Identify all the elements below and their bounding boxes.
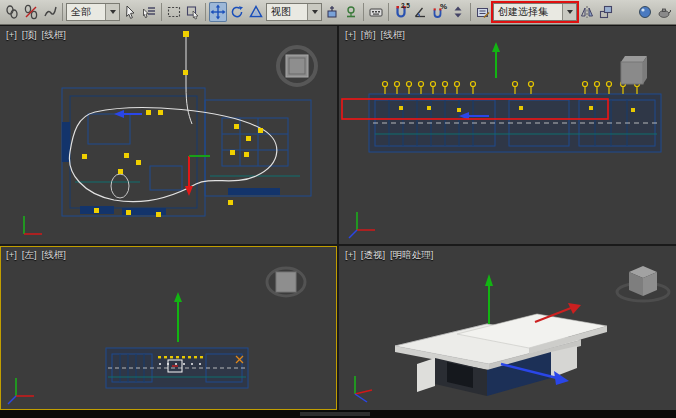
chevron-down-icon[interactable] [105, 4, 119, 20]
viewport-menu-general[interactable]: [+] [345, 29, 356, 42]
rectangular-selection-region-icon[interactable] [165, 2, 183, 22]
front-viewport-wireframe [339, 26, 676, 244]
viewport-menu-shading[interactable]: [线框] [42, 249, 66, 262]
toolbar-separator [161, 3, 162, 21]
bottom-strip-nub [300, 412, 370, 416]
viewport-front-label: [+] [前] [线框] [345, 29, 405, 42]
axis-tripod [24, 216, 42, 234]
toolbar-separator [470, 3, 471, 21]
toolbar-separator [363, 3, 364, 21]
spinner-snap-toggle-icon[interactable] [449, 2, 467, 22]
mirror-icon[interactable] [578, 2, 596, 22]
select-and-rotate-icon[interactable] [228, 2, 246, 22]
angle-snap-toggle-icon[interactable] [411, 2, 429, 22]
viewport-front[interactable]: [+] [前] [线框] [339, 26, 676, 244]
select-and-link-icon[interactable] [3, 2, 21, 22]
material-editor-icon[interactable] [636, 2, 654, 22]
viewport-menu-general[interactable]: [+] [345, 249, 356, 262]
named-selection-value: 创建选择集 [498, 5, 562, 19]
snap-toggle-2-5-icon[interactable]: 2.5 [392, 2, 410, 22]
toolbar-separator [388, 3, 389, 21]
chevron-down-icon[interactable] [562, 4, 576, 20]
reference-coordinate-system-dropdown[interactable]: 视图 [266, 3, 322, 21]
axis-tripod [355, 376, 372, 402]
viewport-left[interactable]: [+] [左] [线框] [0, 246, 337, 410]
render-setup-icon[interactable] [655, 2, 673, 22]
window-crossing-toggle-icon[interactable] [184, 2, 202, 22]
viewport-top-label: [+] [顶] [线框] [6, 29, 66, 42]
use-pivot-point-center-icon[interactable] [323, 2, 341, 22]
viewport-perspective-label: [+] [透视] [明暗处理] [345, 249, 433, 262]
percent-snap-toggle-icon[interactable]: % [430, 2, 448, 22]
toolbar-separator [62, 3, 63, 21]
select-by-name-icon[interactable] [140, 2, 158, 22]
perspective-viewport-model [339, 246, 676, 410]
toolbar-separator [205, 3, 206, 21]
axis-tripod [8, 378, 34, 404]
select-and-manipulate-icon[interactable] [342, 2, 360, 22]
unlink-selection-icon[interactable] [22, 2, 40, 22]
viewcube [621, 56, 647, 84]
keyboard-shortcut-override-icon[interactable] [367, 2, 385, 22]
axis-tripod [349, 212, 375, 238]
reference-coordinate-value: 视图 [271, 5, 307, 19]
select-and-uniform-scale-icon[interactable] [247, 2, 265, 22]
viewport-menu-pov[interactable]: [顶] [22, 29, 37, 42]
viewport-menu-shading[interactable]: [明暗处理] [390, 249, 433, 262]
viewcube [617, 266, 669, 301]
bind-to-space-warp-icon[interactable] [41, 2, 59, 22]
viewport-menu-general[interactable]: [+] [6, 29, 17, 42]
main-toolbar: 全部 视图 2.5 [0, 0, 676, 25]
selection-filter-dropdown[interactable]: 全部 [66, 3, 120, 21]
top-viewport-wireframe [0, 26, 337, 244]
selection-filter-value: 全部 [71, 5, 105, 19]
named-selection-sets-dropdown[interactable]: 创建选择集 [493, 3, 577, 21]
left-viewport-wireframe [0, 246, 337, 410]
viewport-menu-pov[interactable]: [前] [361, 29, 376, 42]
select-object-icon[interactable] [121, 2, 139, 22]
chevron-down-icon[interactable] [307, 4, 321, 20]
viewport-menu-general[interactable]: [+] [6, 249, 17, 262]
edit-named-selection-sets-icon[interactable] [474, 2, 492, 22]
select-and-move-icon[interactable] [209, 2, 227, 22]
viewport-left-label: [+] [左] [线框] [6, 249, 66, 262]
align-icon[interactable] [597, 2, 615, 22]
percent-label: % [440, 3, 447, 11]
viewport-top[interactable]: [+] [顶] [线框] [0, 26, 337, 244]
viewport-menu-shading[interactable]: [线框] [381, 29, 405, 42]
viewport-grid: [+] [顶] [线框] [0, 26, 676, 410]
viewcube [278, 47, 316, 85]
snap-mode-label: 2.5 [401, 2, 410, 9]
viewport-menu-pov[interactable]: [左] [22, 249, 37, 262]
bottom-edge-strip [0, 410, 676, 418]
viewport-menu-pov[interactable]: [透视] [361, 249, 385, 262]
viewport-perspective[interactable]: [+] [透视] [明暗处理] [339, 246, 676, 410]
viewport-menu-shading[interactable]: [线框] [42, 29, 66, 42]
viewcube [267, 268, 305, 296]
